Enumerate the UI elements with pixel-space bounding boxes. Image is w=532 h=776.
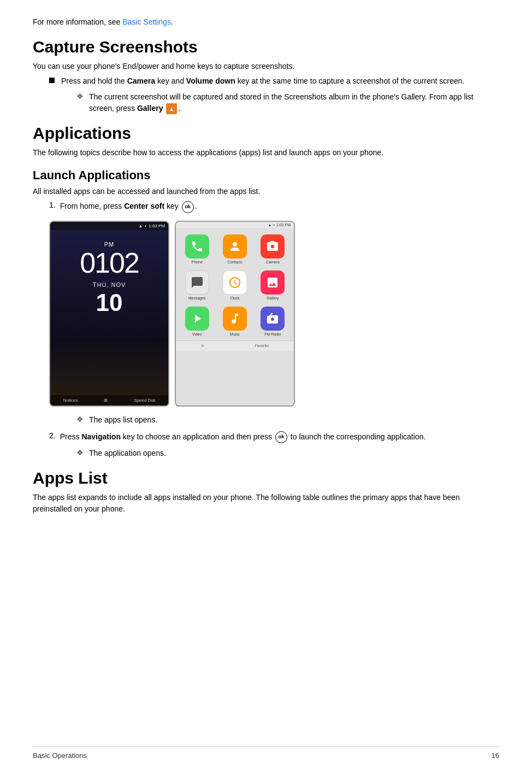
app-messages-icon [185, 271, 209, 295]
clock-date: THU, NOV [93, 281, 126, 288]
bullet-camera-item: Press and hold the Camera key and Volume… [49, 75, 499, 87]
diamond-apps-list-opens: ❖ The apps list opens. [76, 414, 499, 426]
intro-text: For more information, see Basic Settings… [33, 16, 499, 28]
capture-screenshots-body: You can use your phone’s End/power and h… [33, 61, 499, 72]
app-gallery-label: Gallery [267, 296, 279, 300]
apps-list-title: Apps List [33, 469, 499, 487]
battery-icon-2: ▪ [273, 223, 274, 227]
app-camera-label: Camera [266, 260, 280, 264]
app-contacts: Contacts [216, 230, 253, 266]
battery-icon: ▪ [145, 224, 146, 228]
diamond-app-opens: ❖ The application opens. [76, 448, 499, 459]
footer-left: Basic Operations [33, 751, 87, 760]
app-music-icon [223, 307, 247, 331]
camera-key-label: Camera [127, 77, 155, 85]
phone-screen-1: ▲ ▪ 1:02 PM PM 0102 THU, NOV 10 Notices … [49, 221, 169, 407]
step-2-item: 2. Press Navigation key to choose an app… [49, 431, 499, 443]
intro-prefix: For more information, see [33, 17, 122, 26]
applications-body: The following topics describe how to acc… [33, 147, 499, 158]
apps-grid: Phone Contacts Camera Mess [176, 228, 294, 340]
clock-status-time-2: 1:02 PM [276, 223, 291, 227]
diamond-icon-3: ❖ [76, 448, 84, 457]
signal-icon-2: ▲ [268, 223, 272, 227]
basic-settings-link[interactable]: Basic Settings [122, 17, 171, 26]
app-fmradio-label: FM Radio [264, 332, 281, 336]
signal-icon: ▲ [138, 224, 143, 228]
ok-key-icon: ok [182, 201, 194, 213]
launch-applications-body: All installed apps can be accessed and l… [33, 186, 499, 197]
app-video-label: Video [192, 332, 202, 336]
app-phone-icon [185, 234, 209, 258]
app-phone-label: Phone [192, 260, 203, 264]
app-camera-icon [261, 234, 285, 258]
volume-down-label: Volume down [186, 77, 235, 85]
launch-applications-title: Launch Applications [33, 168, 499, 183]
notices-label: Notices [63, 398, 78, 403]
speed-dial-label: Speed Dial [134, 398, 155, 403]
step-1-item: 1. From home, press Center soft key ok. [49, 201, 499, 213]
app-messages-label: Messages [188, 296, 206, 300]
app-gallery-icon [261, 271, 285, 295]
apps-list-opens-text: The apps list opens. [89, 414, 157, 426]
app-clock: Clock [216, 266, 253, 302]
app-phone: Phone [178, 230, 216, 266]
bottom-circle-icon: ⊙ [201, 344, 204, 348]
app-clock-icon [223, 271, 247, 295]
gallery-icon [166, 103, 177, 114]
diamond-screenshot-item: ❖ The current screenshot will be capture… [76, 91, 499, 114]
clock-status-time: 1:02 PM [149, 224, 165, 228]
bullet-square-icon [49, 78, 55, 83]
app-fmradio: FM Radio [254, 302, 292, 338]
app-music: Music [216, 302, 253, 338]
navigation-key-label: Navigation [81, 432, 121, 441]
grid-icon: ⊞ [104, 398, 108, 403]
clock-pm: PM [104, 241, 115, 248]
app-video-icon [185, 307, 209, 331]
step-2-text: Press Navigation key to choose an applic… [60, 431, 426, 443]
center-soft-label: Center soft [124, 202, 164, 210]
app-music-label: Music [230, 332, 240, 336]
footer: Basic Operations 16 [33, 746, 499, 760]
favorite-label: Favorite [255, 344, 269, 348]
app-video: Video [178, 302, 216, 338]
diamond-icon: ❖ [76, 92, 84, 101]
diamond-screenshot-text: The current screenshot will be captured … [89, 91, 499, 114]
step-2-container: 2. Press Navigation key to choose an app… [33, 431, 499, 459]
applications-title: Applications [33, 124, 499, 143]
phone-screenshots-container: ▲ ▪ 1:02 PM PM 0102 THU, NOV 10 Notices … [49, 221, 499, 407]
step-1-num: 1. [49, 201, 56, 209]
diamond-icon-2: ❖ [76, 415, 84, 424]
app-messages: Messages [178, 266, 216, 302]
app-contacts-icon [223, 234, 247, 258]
phone-bottom-bar-1: Notices ⊞ Speed Dial [50, 395, 168, 405]
ok-key-icon-2: ok [275, 431, 287, 443]
phone-screen-1-content: PM 0102 THU, NOV 10 [50, 230, 168, 407]
phone-bottom-bar-2: ⊙ Favorite [176, 340, 294, 351]
bullet-camera-text: Press and hold the Camera key and Volume… [61, 75, 464, 87]
app-clock-label: Clock [230, 296, 240, 300]
clock-day-num: 10 [96, 289, 123, 316]
phone-status-bar-1: ▲ ▪ 1:02 PM [50, 222, 168, 230]
gallery-label: Gallery [137, 104, 163, 113]
app-contacts-label: Contacts [227, 260, 243, 264]
app-opens-text: The application opens. [89, 448, 166, 459]
phone-screen-2: ▲ ▪ 1:02 PM Phone Contacts [175, 221, 295, 407]
step-1-text: From home, press Center soft key ok. [60, 201, 197, 213]
apps-list-body: The apps list expands to include all app… [33, 492, 499, 515]
app-fmradio-icon [261, 307, 285, 331]
capture-screenshots-title: Capture Screenshots [33, 38, 499, 56]
clock-time: 0102 [80, 249, 139, 277]
phone-status-bar-2: ▲ ▪ 1:02 PM [176, 222, 294, 228]
footer-right: 16 [492, 751, 499, 760]
step-2-num: 2. [49, 431, 56, 440]
app-camera: Camera [254, 230, 292, 266]
app-gallery: Gallery [254, 266, 292, 302]
